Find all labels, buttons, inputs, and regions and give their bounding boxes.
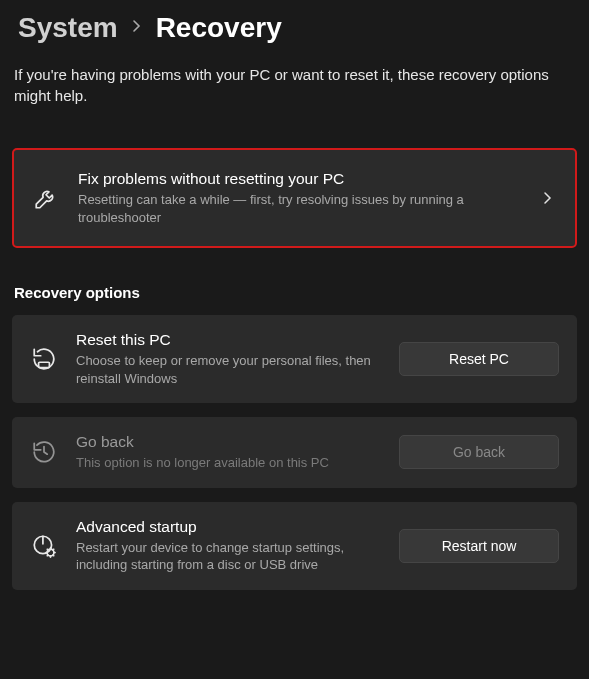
restart-now-button[interactable]: Restart now [399, 529, 559, 563]
svg-rect-0 [39, 362, 50, 367]
reset-pc-card: Reset this PC Choose to keep or remove y… [12, 315, 577, 403]
history-icon [30, 439, 58, 465]
card-body: Go back This option is no longer availab… [76, 433, 381, 472]
go-back-card: Go back This option is no longer availab… [12, 417, 577, 488]
reset-pc-button[interactable]: Reset PC [399, 342, 559, 376]
chevron-right-icon [537, 188, 557, 208]
card-subtitle: Restart your device to change startup se… [76, 539, 381, 574]
wrench-icon [32, 185, 60, 211]
fix-problems-card[interactable]: Fix problems without resetting your PC R… [12, 148, 577, 248]
power-gear-icon [30, 533, 58, 559]
card-body: Reset this PC Choose to keep or remove y… [76, 331, 381, 387]
card-subtitle: Resetting can take a while — first, try … [78, 191, 519, 226]
card-title: Go back [76, 433, 381, 451]
chevron-right-icon [132, 19, 142, 37]
card-title: Reset this PC [76, 331, 381, 349]
card-action: Reset PC [399, 342, 559, 376]
page-title: Recovery [156, 12, 282, 44]
card-subtitle: This option is no longer available on th… [76, 454, 381, 472]
breadcrumb: System Recovery [12, 12, 577, 44]
card-action: Go back [399, 435, 559, 469]
card-subtitle: Choose to keep or remove your personal f… [76, 352, 381, 387]
advanced-startup-card: Advanced startup Restart your device to … [12, 502, 577, 590]
go-back-button: Go back [399, 435, 559, 469]
card-title: Advanced startup [76, 518, 381, 536]
page-description: If you're having problems with your PC o… [12, 64, 577, 106]
reset-icon [30, 346, 58, 372]
card-action: Restart now [399, 529, 559, 563]
section-heading: Recovery options [12, 284, 577, 301]
breadcrumb-parent[interactable]: System [18, 12, 118, 44]
card-body: Advanced startup Restart your device to … [76, 518, 381, 574]
card-title: Fix problems without resetting your PC [78, 170, 519, 188]
card-body: Fix problems without resetting your PC R… [78, 170, 519, 226]
